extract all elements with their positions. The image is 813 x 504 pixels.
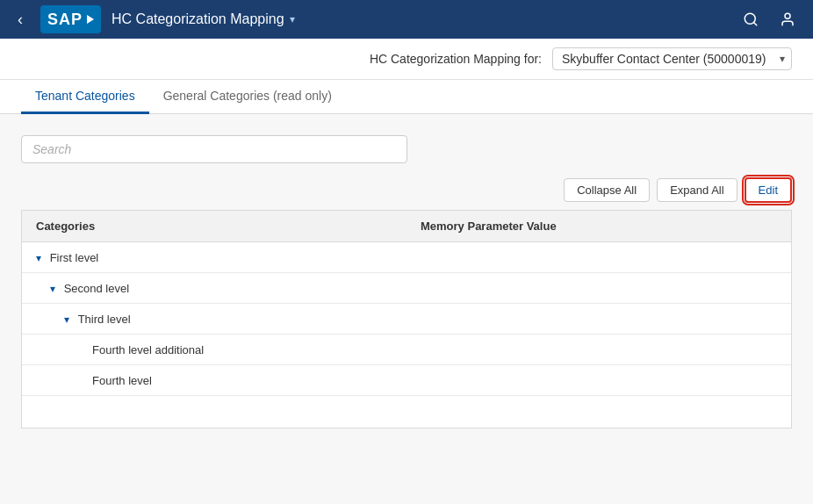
table-row-empty <box>22 396 791 428</box>
user-icon <box>780 11 795 27</box>
search-wrapper <box>21 135 792 163</box>
header-title: HC Categorization Mapping ▾ <box>112 11 725 27</box>
tab-general-categories[interactable]: General Categories (read only) <box>149 80 346 114</box>
content-area: Collapse All Expand All Edit Categories … <box>0 114 813 428</box>
table-row[interactable]: Fourth level additional <box>22 335 791 365</box>
categories-table-container: Categories Memory Parameter Value ▾ Firs… <box>21 210 792 428</box>
category-cell: Fourth level <box>22 365 406 396</box>
header-title-chevron-icon: ▾ <box>290 13 295 25</box>
table-row[interactable]: Fourth level <box>22 365 791 396</box>
header-icons <box>736 8 802 31</box>
categories-table: Categories Memory Parameter Value ▾ Firs… <box>22 211 791 428</box>
row-label: Third level <box>78 313 131 326</box>
tenant-selector-wrapper: Skybuffer Contact Center (50000019) ▾ <box>552 47 792 70</box>
row-label: Fourth level <box>92 374 152 387</box>
svg-point-2 <box>785 13 790 18</box>
category-cell: ▾ Second level <box>22 273 406 304</box>
back-button[interactable]: ‹ <box>11 7 30 32</box>
edit-button[interactable]: Edit <box>745 177 792 203</box>
memory-cell <box>406 304 791 335</box>
header-title-text: HC Categorization Mapping <box>112 11 284 27</box>
sap-logo: SAP <box>40 5 101 33</box>
chevron-down-icon: ▾ <box>36 252 41 264</box>
row-label: Second level <box>64 282 129 295</box>
col-header-memory: Memory Parameter Value <box>406 211 791 242</box>
chevron-down-icon: ▾ <box>64 313 69 326</box>
memory-cell <box>406 273 791 304</box>
empty-category-cell <box>22 396 406 428</box>
app-header: ‹ SAP HC Categorization Mapping ▾ <box>0 0 813 39</box>
tabs-bar: Tenant Categories General Categories (re… <box>0 80 813 114</box>
category-cell: ▾ Third level <box>22 304 406 335</box>
sap-logo-triangle-icon <box>87 15 94 24</box>
search-input[interactable] <box>21 135 407 163</box>
toolbar: Collapse All Expand All Edit <box>21 177 792 210</box>
tab-tenant-categories[interactable]: Tenant Categories <box>21 80 149 114</box>
table-body: ▾ First level ▾ Second level ▾ <box>22 242 791 428</box>
row-label: Fourth level additional <box>92 343 204 356</box>
sap-logo-text: SAP <box>47 11 83 29</box>
table-row[interactable]: ▾ First level <box>22 242 791 273</box>
search-button[interactable] <box>736 8 766 31</box>
subheader-label: HC Categorization Mapping for: <box>370 52 542 66</box>
collapse-all-button[interactable]: Collapse All <box>564 178 650 202</box>
expand-all-button[interactable]: Expand All <box>657 178 737 202</box>
memory-cell <box>406 365 791 396</box>
chevron-down-icon: ▾ <box>50 283 55 295</box>
category-cell: Fourth level additional <box>22 335 406 365</box>
empty-memory-cell <box>406 396 791 428</box>
search-icon <box>743 11 759 27</box>
table-row[interactable]: ▾ Third level <box>22 304 791 335</box>
tenant-selector[interactable]: Skybuffer Contact Center (50000019) <box>552 47 792 70</box>
row-label: First level <box>50 251 99 264</box>
table-header: Categories Memory Parameter Value <box>22 211 791 242</box>
memory-cell <box>406 242 791 273</box>
col-header-categories: Categories <box>22 211 406 242</box>
subheader: HC Categorization Mapping for: Skybuffer… <box>0 39 813 80</box>
memory-cell <box>406 335 791 365</box>
user-button[interactable] <box>773 8 802 31</box>
table-row[interactable]: ▾ Second level <box>22 273 791 304</box>
svg-line-1 <box>753 22 756 25</box>
category-cell: ▾ First level <box>22 242 406 273</box>
